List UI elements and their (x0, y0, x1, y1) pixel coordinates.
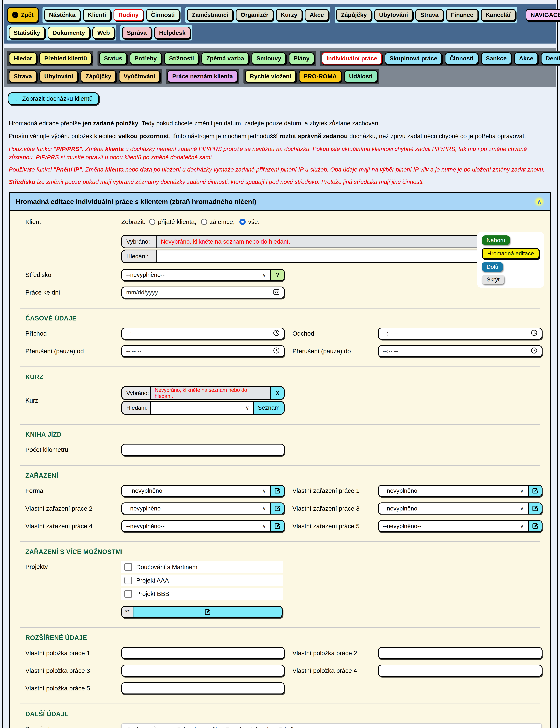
vlastni-zarazeni-prace-5-select[interactable]: --nevyplněno--∨ (378, 520, 542, 532)
nav-button-finance[interactable]: Finance (446, 9, 478, 21)
calendar-icon[interactable] (273, 288, 280, 297)
vlastni-zarazeni-prace-5-edit-button[interactable] (528, 521, 542, 531)
side-skryt-button[interactable]: Skrýt (482, 275, 504, 284)
forma-edit-button[interactable] (270, 486, 284, 496)
side-nahoru-button[interactable]: Nahoru (482, 235, 510, 245)
nav-button-udalosti[interactable]: Události (344, 70, 377, 82)
nav-button-kancelar[interactable]: Kancelář (481, 9, 516, 21)
vlastni-polozka-prace-3-input[interactable] (121, 665, 284, 677)
kurz-selected-row[interactable]: Vybráno: Nevybráno, klikněte na seznam n… (121, 386, 284, 400)
chevron-down-icon: ∨ (520, 505, 524, 511)
pocet-kilometru-input[interactable] (121, 444, 284, 456)
nav-button-potreby[interactable]: Potřeby (130, 52, 162, 65)
editor-menu-zobrazit[interactable]: Zobrazit (177, 726, 198, 728)
checkbox-option-projekt-bbb[interactable]: Projekt BBB (121, 588, 282, 600)
chevron-down-icon: ∨ (262, 505, 266, 511)
vlastni-polozka-prace-5-input[interactable] (121, 682, 284, 694)
editor-menu-tabulka[interactable]: Tabulka (279, 726, 298, 728)
nav-button-sankce[interactable]: Sankce (481, 52, 512, 65)
vlastni-zarazeni-prace-4-edit-button[interactable] (270, 521, 284, 531)
nav-button-deniky[interactable]: Deníky (541, 52, 560, 65)
stredisko-help-button[interactable]: ? (270, 270, 284, 280)
pauza-od-time-input[interactable]: --:-- -- (121, 345, 284, 357)
editor-menu-upravy[interactable]: Úpravy (152, 726, 170, 728)
klient-search-input[interactable] (157, 250, 505, 262)
klient-selected-value: Nevybráno, klikněte na seznam nebo do hl… (157, 236, 505, 248)
nav-button-web[interactable]: Web (92, 27, 115, 39)
forma-select[interactable]: -- nevyplněno --∨ (121, 485, 284, 497)
nav-button-zpet[interactable]: ←Zpět (7, 7, 38, 23)
vlastni-zarazeni-prace-3-select[interactable]: --nevyplněno--∨ (378, 502, 542, 514)
checkbox-option-projekt-aaa[interactable]: Projekt AAA (121, 575, 282, 586)
nav-button-dokumenty[interactable]: Dokumenty (48, 27, 90, 39)
nav-button-stiznosti[interactable]: Stížnosti (164, 52, 199, 65)
nav-button-ubytovani[interactable]: Ubytování (374, 9, 413, 21)
field-label-projekty: Projekty (25, 561, 121, 570)
side-hromadna-editace-button[interactable]: Hromadná editace (482, 248, 539, 259)
nav-button-rychle-vlozeni[interactable]: Rychlé vložení (245, 70, 296, 82)
nav-button-individualni-prace[interactable]: Individuální práce (321, 52, 382, 65)
vlastni-polozka-prace-1-input[interactable] (121, 647, 284, 659)
projekty-edit-button[interactable] (134, 607, 282, 617)
nav-button-pro-roma[interactable]: PRO-ROMA (299, 70, 342, 82)
kurz-clear-button[interactable]: X (271, 387, 284, 399)
nav-button-zamestnanci[interactable]: Zaměstnanci (187, 9, 233, 21)
nav-button-status[interactable]: Status (99, 52, 127, 65)
nav-button-sprava[interactable]: Správa (122, 27, 152, 39)
nav-button-prace-neznam-klienta[interactable]: Práce neznám klienta (167, 70, 238, 82)
odchod-time-input[interactable]: --:-- -- (378, 328, 542, 340)
nav-button-vyuctovani[interactable]: Vyúčtování (119, 70, 160, 82)
nav-button-organizer[interactable]: Organizér (236, 9, 273, 21)
prace-ke-dni-date-input[interactable]: mm/dd/yyyy (121, 287, 284, 298)
nav-button-zapujcky[interactable]: Zápůjčky (336, 9, 372, 21)
vlastni-zarazeni-prace-2-edit-button[interactable] (270, 503, 284, 514)
vlastni-zarazeni-prace-1-select[interactable]: --nevyplněno--∨ (378, 485, 542, 497)
nav-button-cinnosti[interactable]: Činnosti (146, 9, 180, 21)
nav-button-akce[interactable]: Akce (305, 9, 329, 21)
nav-button-rodiny[interactable]: Rodiny (114, 9, 144, 21)
nav-button-strava[interactable]: Strava (415, 9, 443, 21)
vlastni-zarazeni-prace-4-select[interactable]: --nevyplněno--∨ (121, 520, 284, 532)
nav-button-klienti[interactable]: Klienti (83, 9, 111, 21)
nav-button-plany[interactable]: Plány (289, 52, 314, 65)
kurz-seznam-button[interactable]: Seznam (253, 402, 284, 414)
side-dolu-button[interactable]: Dolů (482, 262, 503, 272)
nav-button-kurzy[interactable]: Kurzy (276, 9, 302, 21)
editor-menu-soubor[interactable]: Soubor (127, 726, 145, 728)
edit-icon (532, 505, 538, 512)
nav-button-ubytovani[interactable]: Ubytování (39, 70, 78, 82)
nav-button-hledat[interactable]: Hledat (9, 52, 37, 65)
editor-menu-format[interactable]: Formát (226, 726, 244, 728)
nav-button-strava[interactable]: Strava (9, 70, 37, 82)
radio-prijate-klienta[interactable]: přijaté klienta, (149, 218, 196, 225)
nav-button-helpdesk[interactable]: Helpdesk (154, 27, 190, 39)
kurz-search-select[interactable]: ∨ (151, 402, 253, 414)
vlastni-zarazeni-prace-2-select[interactable]: --nevyplněno--∨ (121, 502, 284, 514)
nav-button-cinnosti[interactable]: Činnosti (445, 52, 478, 65)
radio-vse[interactable]: vše. (240, 218, 260, 225)
checkbox-option-doucovani-s-martinem[interactable]: Doučování s Martinem (121, 561, 282, 573)
nav-button-nastenka[interactable]: Nástěnka (44, 9, 80, 21)
nav-button-navigace[interactable]: NAVIGACE (526, 9, 560, 21)
clock-icon (273, 329, 280, 338)
vlastni-polozka-prace-2-input[interactable] (378, 647, 542, 659)
prichod-time-input[interactable]: --:-- -- (121, 328, 284, 340)
editor-menu-nastroje[interactable]: Nástroje (251, 726, 272, 728)
vlastni-zarazeni-prace-1-edit-button[interactable] (528, 486, 542, 496)
editor-menu-vlozit[interactable]: Vložit (205, 726, 219, 728)
nav-button-zapujcky[interactable]: Zápůjčky (81, 70, 116, 82)
collapse-chevron-icon[interactable]: ∧ (534, 197, 544, 207)
nav-button-zpetna-vazba[interactable]: Zpětná vazba (202, 52, 249, 65)
pauza-do-time-input[interactable]: --:-- -- (378, 345, 542, 357)
radio-zajemce[interactable]: zájemce, (201, 218, 235, 225)
show-attendance-button[interactable]: ← Zobrazit docházku klientů (8, 92, 99, 105)
vlastni-polozka-prace-4-input[interactable] (378, 665, 542, 677)
klient-selected-row[interactable]: Vybráno: Nevybráno, klikněte na seznam n… (121, 235, 506, 248)
stredisko-select[interactable]: --nevyplněno--∨ ? (121, 269, 284, 281)
nav-button-smlouvy[interactable]: Smlouvy (252, 52, 286, 65)
vlastni-zarazeni-prace-3-edit-button[interactable] (528, 503, 542, 514)
nav-button-akce[interactable]: Akce (514, 52, 538, 65)
nav-button-statistiky[interactable]: Statistiky (9, 27, 45, 39)
nav-button-prehled-klientu[interactable]: Přehled klientů (39, 52, 92, 65)
nav-button-skupinova-prace[interactable]: Skupinová práce (385, 52, 442, 65)
